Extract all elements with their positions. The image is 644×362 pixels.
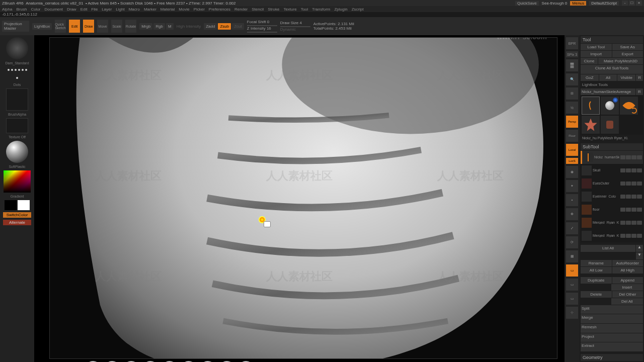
- focal-shift-slider[interactable]: Focal Shift 0 Z Intensity 16: [247, 20, 277, 33]
- tool-thumb-4[interactable]: [582, 116, 600, 134]
- subtool-item[interactable]: floor: [581, 203, 643, 216]
- menus-button[interactable]: Menus: [570, 1, 586, 6]
- color-picker[interactable]: [4, 170, 31, 193]
- import-button[interactable]: Import: [581, 51, 612, 57]
- del-other-button[interactable]: Del Other: [612, 291, 643, 298]
- merge-section[interactable]: Merge: [581, 314, 643, 323]
- subtool-header[interactable]: SubTool: [581, 143, 643, 150]
- split-section[interactable]: Split: [581, 305, 643, 314]
- remesh-section[interactable]: Remesh: [581, 324, 643, 333]
- lightbox-tools-label[interactable]: Lightbox Tools: [581, 81, 643, 88]
- menu-stencil[interactable]: Stencil: [252, 7, 264, 12]
- texture-thumbnail[interactable]: [6, 118, 28, 133]
- maximize-button[interactable]: □: [629, 1, 635, 6]
- move-button[interactable]: Move: [97, 20, 108, 33]
- menu-macro[interactable]: Macro: [129, 7, 140, 12]
- tool-thumb-1[interactable]: [582, 97, 600, 115]
- aahalf-icon[interactable]: ½: [566, 102, 578, 114]
- zsub-button[interactable]: Zsub: [218, 23, 231, 30]
- menu-layer[interactable]: Layer: [102, 7, 112, 12]
- tool-name[interactable]: Nickz_humanSkeleAverage: [581, 88, 635, 95]
- tool-thumb-5[interactable]: [601, 116, 619, 134]
- alpha-thumbnail[interactable]: [6, 88, 28, 111]
- menu-transform[interactable]: Transform: [312, 7, 330, 12]
- locs-button[interactable]: LocS: [566, 158, 578, 164]
- menu-document[interactable]: Document: [45, 7, 63, 12]
- tool-thumb-2[interactable]: [601, 97, 619, 115]
- delete-button[interactable]: Delete: [581, 291, 612, 298]
- zoom-icon[interactable]: 🔍: [566, 73, 578, 85]
- make-polymesh-button[interactable]: Make PolyMesh3D: [598, 58, 643, 64]
- goz-visible-button[interactable]: Visible: [617, 74, 635, 81]
- duplicate-button[interactable]: Duplicate: [581, 277, 612, 284]
- rgb-button[interactable]: Rgb: [153, 23, 165, 30]
- quicksketch-button[interactable]: Quick Sketch: [55, 20, 66, 33]
- edit-button[interactable]: Edit: [69, 20, 80, 33]
- floor-button[interactable]: Floor: [566, 130, 578, 142]
- menu-alpha[interactable]: Alpha: [2, 7, 12, 12]
- solo-icon[interactable]: ▭: [566, 293, 578, 305]
- tool-header[interactable]: Tool: [581, 36, 643, 43]
- canvas-area[interactable]: 人人素材社区 人人素材社区 人人素材社区 人人素材社区 人人素材社区 人人素材社…: [34, 35, 565, 362]
- subtool-list[interactable]: Nickz_humanSkeleton Skull EyesOuter Eyei…: [581, 151, 643, 242]
- scroll-icon[interactable]: [566, 59, 578, 71]
- transp-icon[interactable]: ▭: [566, 264, 578, 277]
- menu-tool[interactable]: Tool: [301, 7, 308, 12]
- swatch-secondary[interactable]: [5, 200, 17, 210]
- default-zscript[interactable]: DefaultZScript: [589, 1, 619, 6]
- subtool-item[interactable]: Nickz_humanSkeleton: [581, 151, 643, 164]
- nav-move-icon[interactable]: ✥: [566, 208, 578, 220]
- mrgb-button[interactable]: Mrgb: [139, 23, 152, 30]
- m-button[interactable]: M: [166, 23, 174, 30]
- quicksave-button[interactable]: QuickSave: [515, 1, 539, 6]
- ghost-icon[interactable]: ▭: [566, 279, 578, 291]
- frame-icon[interactable]: ✦: [566, 180, 578, 192]
- list-all-button[interactable]: List All: [581, 245, 635, 252]
- gradient-label[interactable]: Gradient: [11, 195, 24, 198]
- polyf-icon[interactable]: ▦: [566, 250, 578, 262]
- menu-picker[interactable]: Picker: [194, 7, 205, 12]
- subtool-item[interactable]: Skull: [581, 164, 643, 177]
- del-all-button[interactable]: Del All: [611, 298, 643, 305]
- scale-button[interactable]: Scale: [111, 20, 122, 33]
- r-button-2[interactable]: R: [636, 88, 643, 95]
- seethrough-slider[interactable]: See-through 0: [542, 1, 568, 6]
- clone-all-button[interactable]: Clone All SubTools: [581, 65, 643, 74]
- menu-zplugin[interactable]: Zplugin: [334, 7, 347, 12]
- subtool-item[interactable]: Eyeinner_Colo: [581, 190, 643, 203]
- subtool-item[interactable]: Merged_Ryan_Kingslien_Anatomy: [581, 216, 643, 229]
- menu-brush[interactable]: Brush: [16, 7, 27, 12]
- menu-zscript[interactable]: Zscript: [352, 7, 364, 12]
- menu-movie[interactable]: Movie: [179, 7, 189, 12]
- subtool-item[interactable]: EyesOuter: [581, 177, 643, 190]
- save-as-button[interactable]: Save As: [612, 44, 643, 50]
- zcut-button[interactable]: Zcut: [232, 23, 244, 30]
- nav-scale-icon[interactable]: ⤢: [566, 222, 578, 234]
- draw-size-slider[interactable]: Draw Size 4 Dynamic: [280, 21, 310, 32]
- nav-rotate-icon[interactable]: ⟳: [566, 236, 578, 248]
- project-section[interactable]: Project: [581, 333, 643, 342]
- r-button[interactable]: R: [636, 74, 643, 81]
- menu-light[interactable]: Light: [116, 7, 124, 12]
- color-swatches[interactable]: [5, 200, 30, 210]
- menu-preferences[interactable]: Preferences: [209, 7, 230, 12]
- lightbox-button[interactable]: LightBox: [32, 23, 52, 30]
- subtool-item[interactable]: Merged_Ryan_Kingslien_Anatomy: [581, 229, 643, 242]
- menu-stroke[interactable]: Stroke: [268, 7, 279, 12]
- rotate-button[interactable]: Rotate: [125, 20, 136, 33]
- actual-icon[interactable]: ⊞: [566, 87, 578, 100]
- menu-marker[interactable]: Marker: [144, 7, 156, 12]
- menu-draw[interactable]: Draw: [67, 7, 76, 12]
- load-tool-button[interactable]: Load Tool: [581, 44, 612, 50]
- clone-button[interactable]: Clone: [581, 58, 598, 64]
- menu-render[interactable]: Render: [234, 7, 248, 12]
- bpr-button[interactable]: BPR: [566, 37, 578, 49]
- menu-color[interactable]: Color: [31, 7, 40, 12]
- arrow-down-icon[interactable]: ▼: [636, 252, 643, 259]
- projection-master-button[interactable]: Projection Master: [2, 21, 29, 32]
- alternate-button[interactable]: Alternate: [3, 220, 31, 225]
- goz-all-button[interactable]: All: [599, 74, 617, 81]
- rename-button[interactable]: Rename: [581, 260, 612, 266]
- menu-edit[interactable]: Edit: [80, 7, 88, 12]
- insert-button[interactable]: Insert: [611, 284, 643, 291]
